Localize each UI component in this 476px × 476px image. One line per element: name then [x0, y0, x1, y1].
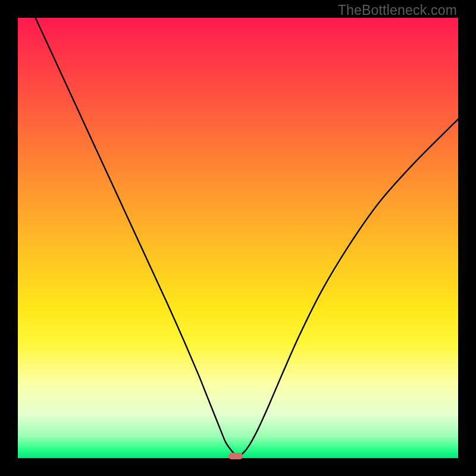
- plot-area: [18, 18, 458, 458]
- min-marker: [228, 453, 243, 459]
- watermark-label: TheBottleneck.com: [338, 2, 457, 18]
- bottleneck-curve: [18, 18, 458, 458]
- chart-frame: TheBottleneck.com: [0, 0, 476, 476]
